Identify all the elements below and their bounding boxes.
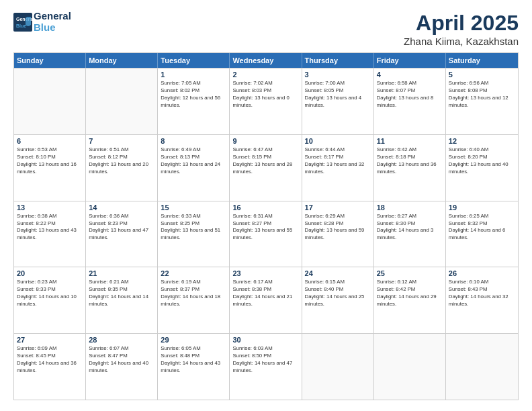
calendar-cell: 24Sunrise: 6:15 AMSunset: 8:40 PMDayligh… [302,267,374,333]
day-number: 16 [232,203,298,212]
day-of-week-header: Saturday [446,53,518,68]
logo-general: General [34,11,71,22]
calendar-cell: 26Sunrise: 6:10 AMSunset: 8:43 PMDayligh… [446,267,518,333]
day-of-week-header: Tuesday [158,53,230,68]
logo-blue: Blue [34,22,71,34]
calendar-cell: 27Sunrise: 6:09 AMSunset: 8:45 PMDayligh… [14,334,86,400]
calendar-cell: 14Sunrise: 6:36 AMSunset: 8:23 PMDayligh… [86,201,158,267]
day-of-week-header: Friday [374,53,446,68]
day-number: 15 [161,203,226,212]
calendar-cell [374,334,446,400]
day-info: Sunrise: 6:42 AMSunset: 8:18 PMDaylight:… [377,146,443,176]
calendar-cell: 17Sunrise: 6:29 AMSunset: 8:28 PMDayligh… [302,201,374,267]
calendar-cell: 13Sunrise: 6:38 AMSunset: 8:22 PMDayligh… [14,201,86,267]
calendar-cell: 21Sunrise: 6:21 AMSunset: 8:35 PMDayligh… [86,267,158,333]
day-info: Sunrise: 6:40 AMSunset: 8:20 PMDaylight:… [449,146,515,176]
day-info: Sunrise: 6:36 AMSunset: 8:23 PMDaylight:… [89,213,154,242]
calendar-cell: 15Sunrise: 6:33 AMSunset: 8:25 PMDayligh… [158,201,230,267]
day-number: 8 [161,137,226,145]
day-info: Sunrise: 7:02 AMSunset: 8:03 PMDaylight:… [232,80,298,109]
calendar-cell: 3Sunrise: 7:00 AMSunset: 8:05 PMDaylight… [302,68,374,134]
calendar-cell: 23Sunrise: 6:17 AMSunset: 8:38 PMDayligh… [230,267,302,333]
subtitle: Zhana Kiima, Kazakhstan [404,36,519,47]
day-info: Sunrise: 6:33 AMSunset: 8:25 PMDaylight:… [161,213,226,242]
calendar-cell: 10Sunrise: 6:44 AMSunset: 8:17 PMDayligh… [302,135,374,201]
logo: General Blue General Blue [13,11,71,33]
day-info: Sunrise: 6:58 AMSunset: 8:07 PMDaylight:… [377,80,443,109]
day-number: 27 [17,336,83,344]
calendar-cell: 25Sunrise: 6:12 AMSunset: 8:42 PMDayligh… [374,267,446,333]
day-info: Sunrise: 6:38 AMSunset: 8:22 PMDaylight:… [17,213,83,242]
day-number: 3 [305,71,371,79]
day-number: 21 [89,269,154,277]
day-info: Sunrise: 6:47 AMSunset: 8:15 PMDaylight:… [232,146,298,176]
calendar-cell: 18Sunrise: 6:27 AMSunset: 8:30 PMDayligh… [374,201,446,267]
calendar-cell [14,68,86,134]
calendar-header: SundayMondayTuesdayWednesdayThursdayFrid… [14,53,518,68]
day-of-week-header: Wednesday [230,53,302,68]
calendar-cell: 7Sunrise: 6:51 AMSunset: 8:12 PMDaylight… [86,135,158,201]
header: General Blue General Blue April 2025 Zha… [13,11,519,47]
day-info: Sunrise: 6:25 AMSunset: 8:32 PMDaylight:… [449,213,515,242]
day-info: Sunrise: 6:21 AMSunset: 8:35 PMDaylight:… [89,279,154,308]
calendar: SundayMondayTuesdayWednesdayThursdayFrid… [13,52,519,400]
day-number: 12 [449,137,515,145]
title-area: April 2025 Zhana Kiima, Kazakhstan [404,11,519,47]
day-number: 14 [89,203,154,212]
day-info: Sunrise: 6:56 AMSunset: 8:08 PMDaylight:… [449,80,515,109]
day-info: Sunrise: 6:27 AMSunset: 8:30 PMDaylight:… [377,213,443,242]
day-number: 4 [377,71,443,79]
day-info: Sunrise: 7:00 AMSunset: 8:05 PMDaylight:… [305,80,371,109]
calendar-row: 1Sunrise: 7:05 AMSunset: 8:02 PMDaylight… [14,68,518,134]
calendar-cell: 9Sunrise: 6:47 AMSunset: 8:15 PMDaylight… [230,135,302,201]
calendar-cell: 30Sunrise: 6:03 AMSunset: 8:50 PMDayligh… [230,334,302,400]
day-info: Sunrise: 6:19 AMSunset: 8:37 PMDaylight:… [161,279,226,308]
day-info: Sunrise: 6:53 AMSunset: 8:10 PMDaylight:… [17,146,83,176]
day-number: 19 [449,203,515,212]
day-info: Sunrise: 6:44 AMSunset: 8:17 PMDaylight:… [305,146,371,176]
day-number: 30 [232,336,298,344]
day-info: Sunrise: 6:51 AMSunset: 8:12 PMDaylight:… [89,146,154,176]
day-number: 26 [449,269,515,277]
day-info: Sunrise: 6:49 AMSunset: 8:13 PMDaylight:… [161,146,226,176]
day-number: 18 [377,203,443,212]
day-number: 9 [232,137,298,145]
calendar-cell [86,68,158,134]
calendar-row: 20Sunrise: 6:23 AMSunset: 8:33 PMDayligh… [14,267,518,333]
day-of-week-header: Thursday [302,53,374,68]
day-info: Sunrise: 6:29 AMSunset: 8:28 PMDaylight:… [305,213,371,242]
calendar-cell: 4Sunrise: 6:58 AMSunset: 8:07 PMDaylight… [374,68,446,134]
day-number: 2 [232,71,298,79]
calendar-cell [302,334,374,400]
day-number: 24 [305,269,371,277]
day-info: Sunrise: 7:05 AMSunset: 8:02 PMDaylight:… [161,80,226,109]
day-number: 13 [17,203,83,212]
day-number: 20 [17,269,83,277]
day-info: Sunrise: 6:03 AMSunset: 8:50 PMDaylight:… [232,345,298,375]
day-number: 6 [17,137,83,145]
calendar-cell: 19Sunrise: 6:25 AMSunset: 8:32 PMDayligh… [446,201,518,267]
day-info: Sunrise: 6:31 AMSunset: 8:27 PMDaylight:… [232,213,298,242]
day-info: Sunrise: 6:09 AMSunset: 8:45 PMDaylight:… [17,345,83,375]
calendar-row: 13Sunrise: 6:38 AMSunset: 8:22 PMDayligh… [14,201,518,267]
calendar-cell: 29Sunrise: 6:05 AMSunset: 8:48 PMDayligh… [158,334,230,400]
day-info: Sunrise: 6:07 AMSunset: 8:47 PMDaylight:… [89,345,154,375]
day-number: 10 [305,137,371,145]
calendar-cell: 20Sunrise: 6:23 AMSunset: 8:33 PMDayligh… [14,267,86,333]
day-info: Sunrise: 6:17 AMSunset: 8:38 PMDaylight:… [232,279,298,308]
day-info: Sunrise: 6:10 AMSunset: 8:43 PMDaylight:… [449,279,515,308]
calendar-cell: 8Sunrise: 6:49 AMSunset: 8:13 PMDaylight… [158,135,230,201]
day-of-week-header: Monday [86,53,158,68]
calendar-row: 6Sunrise: 6:53 AMSunset: 8:10 PMDaylight… [14,134,518,201]
day-number: 22 [161,269,226,277]
page: General Blue General Blue April 2025 Zha… [0,0,532,411]
calendar-cell: 2Sunrise: 7:02 AMSunset: 8:03 PMDaylight… [230,68,302,134]
calendar-cell: 1Sunrise: 7:05 AMSunset: 8:02 PMDaylight… [158,68,230,134]
calendar-cell: 12Sunrise: 6:40 AMSunset: 8:20 PMDayligh… [446,135,518,201]
svg-text:Blue: Blue [16,24,26,28]
calendar-row: 27Sunrise: 6:09 AMSunset: 8:45 PMDayligh… [14,333,518,400]
day-number: 7 [89,137,154,145]
day-info: Sunrise: 6:12 AMSunset: 8:42 PMDaylight:… [377,279,443,308]
calendar-cell: 6Sunrise: 6:53 AMSunset: 8:10 PMDaylight… [14,135,86,201]
day-number: 5 [449,71,515,79]
